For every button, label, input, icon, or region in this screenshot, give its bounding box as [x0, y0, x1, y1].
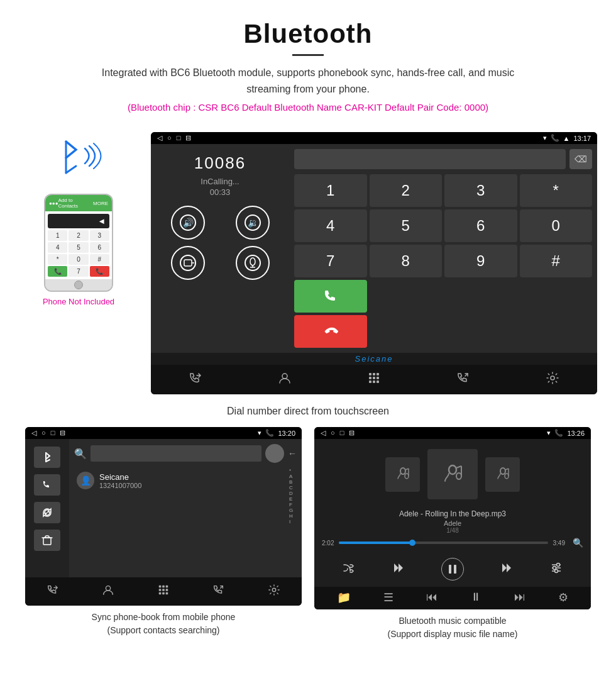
back-nav-icon[interactable]: ◁ — [157, 134, 162, 142]
phone-call-btn[interactable]: 📞 — [48, 266, 67, 277]
equalizer-btn[interactable] — [549, 561, 563, 578]
music-caption: Bluetooth music compatible(Support displ… — [382, 609, 524, 646]
svg-rect-14 — [373, 373, 375, 375]
nav-keypad[interactable] — [367, 371, 381, 388]
svg-rect-35 — [162, 592, 165, 595]
svg-text:🔊: 🔊 — [182, 218, 194, 228]
alpha-g[interactable]: G — [289, 508, 297, 513]
music-play-icon[interactable]: ⏸ — [470, 591, 481, 604]
music-track-count: 1/48 — [321, 527, 585, 534]
volume-up-btn[interactable]: 🔊 — [171, 206, 205, 240]
music-next-icon[interactable]: ⏭ — [514, 591, 525, 604]
pb-back-icon[interactable]: ◁ — [31, 429, 36, 437]
numkey-4[interactable]: 4 — [294, 209, 367, 242]
phone-end-btn[interactable]: 📞 — [90, 266, 109, 277]
music-prev-icon[interactable]: ⏮ — [426, 591, 437, 604]
music-home-icon[interactable]: ○ — [331, 429, 335, 437]
pb-main: 🔍 ← 👤 Seicane 13241007000 — [69, 439, 302, 577]
pb-bt-btn[interactable] — [34, 447, 60, 468]
pb-contact-list-area: 👤 Seicane 13241007000 * A B C — [74, 468, 297, 525]
numkey-1[interactable]: 1 — [294, 174, 367, 207]
music-settings-icon[interactable]: ⚙ — [558, 591, 568, 604]
alpha-b[interactable]: B — [289, 479, 297, 485]
numkey-hash[interactable]: # — [520, 245, 593, 277]
music-folder-icon[interactable]: 📁 — [337, 591, 351, 604]
phone-key-hash[interactable]: # — [90, 254, 109, 265]
pb-back-arrow[interactable]: ← — [288, 448, 297, 458]
prev-btn[interactable] — [392, 561, 405, 578]
pb-nav-keypad[interactable] — [157, 584, 170, 599]
pb-nav-contacts[interactable] — [102, 584, 114, 599]
alpha-h[interactable]: H — [289, 513, 297, 519]
delete-btn[interactable]: ⌫ — [569, 149, 592, 169]
nav-contacts[interactable] — [278, 371, 292, 388]
svg-point-50 — [505, 474, 509, 479]
pb-nav-call[interactable] — [47, 584, 59, 599]
home-nav-icon[interactable]: ○ — [167, 134, 172, 142]
bluetooth-signal-icon — [47, 132, 110, 189]
phone-display: ◄ — [48, 214, 109, 228]
nav-settings[interactable] — [546, 371, 559, 388]
music-list-icon[interactable]: ☰ — [383, 591, 393, 604]
pb-refresh-btn[interactable] — [34, 502, 60, 523]
numkey-6[interactable]: 6 — [444, 209, 517, 242]
svg-rect-28 — [159, 586, 162, 588]
pb-recent-icon[interactable]: □ — [51, 429, 55, 437]
pb-call-btn[interactable] — [34, 474, 60, 496]
alpha-star[interactable]: * — [289, 468, 297, 474]
alpha-e[interactable]: E — [289, 496, 297, 502]
volume-down-btn[interactable]: 🔉 — [236, 206, 270, 240]
alpha-f[interactable]: F — [289, 502, 297, 508]
music-search-icon[interactable]: 🔍 — [573, 538, 583, 548]
numkey-star[interactable]: * — [520, 174, 593, 207]
phone-key-6[interactable]: 6 — [90, 242, 109, 253]
numkey-2[interactable]: 2 — [370, 174, 443, 207]
phone-key-1[interactable]: 1 — [48, 230, 67, 241]
mute-btn[interactable] — [236, 246, 270, 280]
alpha-a[interactable]: A — [289, 474, 297, 479]
svg-point-60 — [556, 563, 559, 566]
next-btn[interactable] — [500, 561, 514, 578]
svg-rect-13 — [369, 373, 371, 375]
phone-key-2[interactable]: 2 — [69, 230, 88, 241]
pb-search-input[interactable] — [91, 445, 261, 462]
phone-key-7[interactable]: 7 — [69, 266, 88, 277]
call-answer-btn[interactable] — [294, 280, 367, 313]
pb-nav-settings[interactable] — [268, 584, 280, 599]
pb-delete-btn[interactable] — [34, 530, 60, 551]
transfer-call-btn[interactable] — [171, 246, 205, 280]
alpha-c[interactable]: C — [289, 485, 297, 491]
play-pause-btn[interactable] — [441, 558, 464, 580]
shuffle-btn[interactable] — [342, 561, 356, 577]
recent-nav-icon[interactable]: □ — [177, 134, 181, 142]
search-field[interactable] — [294, 149, 566, 169]
alpha-d[interactable]: D — [289, 491, 297, 496]
nav-phone-out[interactable] — [456, 371, 470, 388]
phone-key-5[interactable]: 5 — [69, 242, 88, 253]
numkey-0[interactable]: 0 — [520, 209, 593, 242]
phone-key-star[interactable]: * — [48, 254, 67, 265]
search-bar-row: ⌫ — [294, 149, 592, 169]
phone-home-button[interactable] — [74, 280, 83, 289]
music-progress-bar[interactable] — [339, 541, 547, 544]
music-back-icon[interactable]: ◁ — [321, 429, 326, 437]
phone-key-4[interactable]: 4 — [48, 242, 67, 253]
nav-call-transfer[interactable] — [189, 371, 202, 388]
numkey-5[interactable]: 5 — [370, 209, 443, 242]
pb-nav-phone-out[interactable] — [212, 584, 225, 599]
svg-point-9 — [250, 258, 255, 265]
numkey-8[interactable]: 8 — [370, 245, 443, 277]
alpha-i[interactable]: I — [289, 519, 297, 525]
call-end-btn[interactable] — [294, 315, 367, 348]
pb-contact-item[interactable]: 👤 Seicane 13241007000 — [74, 468, 287, 493]
numkey-9[interactable]: 9 — [444, 245, 517, 277]
pb-home-icon[interactable]: ○ — [41, 429, 46, 437]
phone-add-contacts: Add to Contacts — [58, 197, 94, 209]
phone-key-3[interactable]: 3 — [90, 230, 109, 241]
numkey-7[interactable]: 7 — [294, 245, 367, 277]
numkey-3[interactable]: 3 — [444, 174, 517, 207]
svg-rect-21 — [377, 380, 379, 383]
phone-key-0[interactable]: 0 — [69, 254, 88, 265]
music-recent-icon[interactable]: □ — [340, 429, 344, 437]
svg-rect-19 — [369, 380, 371, 383]
